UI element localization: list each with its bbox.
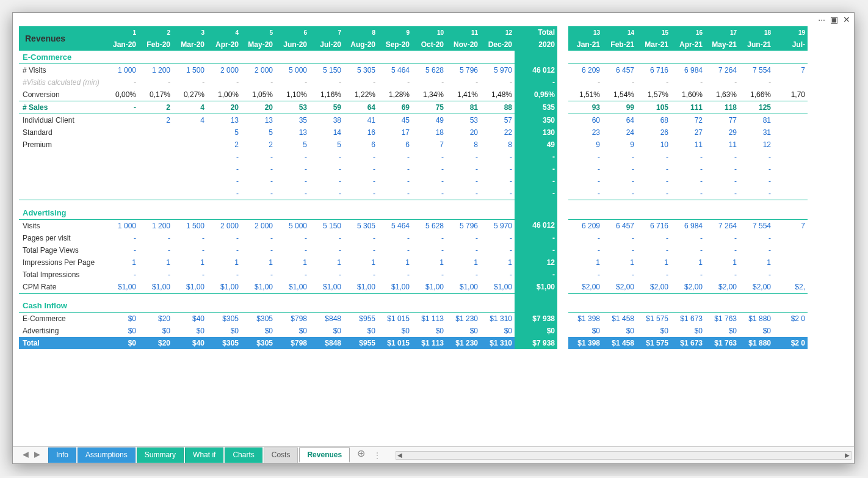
tab-charts[interactable]: Charts	[225, 447, 262, 463]
row-visits-calc: #Visitis calculated (min)	[19, 76, 104, 89]
spreadsheet-window: ··· ▣ ✕ Revenues 1 2 3 4 5 6 7 8 9 10	[12, 12, 855, 464]
tab-revenues[interactable]: Revenues	[299, 447, 350, 463]
section-cash: Cash Inflow	[19, 299, 104, 313]
tab-assumptions[interactable]: Assumptions	[78, 447, 136, 463]
more-icon[interactable]: ···	[818, 15, 825, 24]
scroll-right-icon[interactable]: ▶	[845, 452, 850, 458]
scroll-left-icon[interactable]: ◀	[397, 452, 402, 458]
row-visits: # Visits	[19, 64, 104, 77]
row-cpm: CPM Rate	[19, 281, 104, 294]
row-cash-adv: Advertising	[19, 325, 104, 337]
col-idx: 1	[104, 26, 139, 38]
row-total: Total	[19, 337, 104, 349]
tab-costs[interactable]: Costs	[264, 447, 298, 463]
total-header: Total	[515, 26, 557, 38]
row-ppv: Pages per visit	[19, 232, 104, 244]
sheet-tab-bar: ⯇ ⯈ Info Assumptions Summary What if Cha…	[13, 446, 854, 463]
row-cash-ecom: E-Commerce	[19, 313, 104, 325]
window-controls: ··· ▣ ✕	[13, 13, 854, 26]
close-icon[interactable]: ✕	[843, 15, 850, 24]
tab-summary[interactable]: Summary	[137, 447, 184, 463]
row-premium: Premium	[19, 139, 104, 151]
row-ipp: Impressions Per Page	[19, 256, 104, 269]
month-header: Jan-20	[104, 38, 139, 51]
data-grid[interactable]: Revenues 1 2 3 4 5 6 7 8 9 10 11 12 Tota…	[19, 26, 854, 446]
row-sales: # Sales	[19, 101, 104, 114]
nav-first-icon[interactable]: ⯇	[21, 451, 31, 460]
tab-whatif[interactable]: What if	[185, 447, 223, 463]
section-advertising: Advertising	[19, 206, 104, 220]
ribbon-icon[interactable]: ▣	[830, 15, 838, 24]
row-adv-visits: Visits	[19, 219, 104, 232]
section-ecommerce: E-Commerce	[19, 51, 104, 64]
row-standard: Standard	[19, 126, 104, 139]
row-total-imp: Total Impressions	[19, 269, 104, 281]
tab-info[interactable]: Info	[48, 447, 76, 463]
add-sheet-button[interactable]: ⊕	[351, 447, 371, 463]
tab-nav-arrows[interactable]: ⯇ ⯈	[15, 451, 48, 460]
row-individual: Individual Client	[19, 114, 104, 127]
horizontal-scrollbar[interactable]: ◀ ▶	[396, 451, 852, 460]
row-tpv: Total Page Views	[19, 244, 104, 256]
row-conversion: Conversion	[19, 89, 104, 101]
nav-next-icon[interactable]: ⯈	[32, 451, 42, 460]
page-title: Revenues	[19, 26, 104, 51]
